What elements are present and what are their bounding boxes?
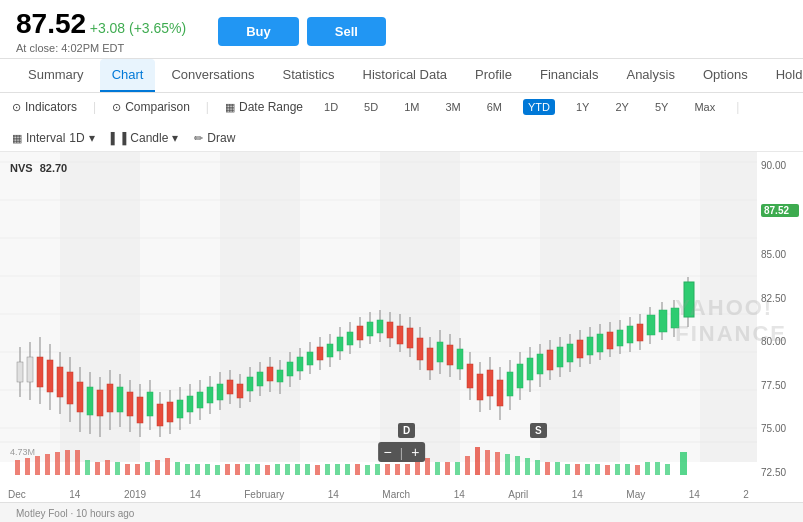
svg-rect-187 bbox=[395, 464, 400, 475]
tab-statistics[interactable]: Statistics bbox=[271, 59, 347, 92]
svg-rect-24 bbox=[57, 367, 63, 397]
indicators-icon: ⊙ bbox=[12, 101, 21, 114]
svg-rect-210 bbox=[625, 464, 630, 475]
tab-summary[interactable]: Summary bbox=[16, 59, 96, 92]
period-6m[interactable]: 6M bbox=[482, 99, 507, 115]
indicators-button[interactable]: ⊙ Indicators bbox=[12, 100, 77, 114]
period-5y[interactable]: 5Y bbox=[650, 99, 673, 115]
svg-rect-40 bbox=[137, 397, 143, 423]
candle-icon: ▌▐ bbox=[111, 132, 127, 144]
svg-rect-183 bbox=[355, 464, 360, 475]
svg-rect-120 bbox=[537, 354, 543, 374]
date-range-button[interactable]: ▦ Date Range bbox=[225, 100, 303, 114]
d-marker[interactable]: D bbox=[398, 423, 415, 438]
svg-rect-202 bbox=[545, 462, 550, 475]
svg-rect-48 bbox=[177, 400, 183, 418]
draw-label: Draw bbox=[207, 131, 235, 145]
x-label-apr: April bbox=[508, 489, 528, 500]
period-max[interactable]: Max bbox=[689, 99, 720, 115]
tab-chart[interactable]: Chart bbox=[100, 59, 156, 92]
svg-rect-181 bbox=[335, 464, 340, 475]
draw-button[interactable]: ✏ Draw bbox=[194, 131, 235, 145]
svg-rect-74 bbox=[307, 352, 313, 365]
comparison-button[interactable]: ⊙ Comparison bbox=[112, 100, 190, 114]
svg-rect-80 bbox=[337, 337, 343, 351]
svg-rect-38 bbox=[127, 392, 133, 416]
period-1d[interactable]: 1D bbox=[319, 99, 343, 115]
tab-historical-data[interactable]: Historical Data bbox=[351, 59, 460, 92]
period-1y[interactable]: 1Y bbox=[571, 99, 594, 115]
svg-rect-34 bbox=[107, 384, 113, 412]
svg-rect-194 bbox=[465, 456, 470, 475]
tab-holders[interactable]: Holders bbox=[764, 59, 803, 92]
svg-rect-160 bbox=[125, 464, 130, 475]
svg-rect-159 bbox=[115, 462, 120, 475]
candle-label: Candle bbox=[130, 131, 168, 145]
svg-rect-166 bbox=[185, 464, 190, 475]
sell-button[interactable]: Sell bbox=[307, 17, 386, 46]
zoom-out-button[interactable]: − bbox=[384, 444, 392, 460]
period-3m[interactable]: 3M bbox=[440, 99, 465, 115]
period-1m[interactable]: 1M bbox=[399, 99, 424, 115]
svg-rect-16 bbox=[17, 362, 23, 382]
period-2y[interactable]: 2Y bbox=[610, 99, 633, 115]
x-label-mar: March bbox=[382, 489, 410, 500]
x-label-2019: 2019 bbox=[124, 489, 146, 500]
svg-rect-60 bbox=[237, 384, 243, 398]
svg-rect-122 bbox=[547, 350, 553, 370]
x-label-14a: 14 bbox=[69, 489, 80, 500]
svg-rect-151 bbox=[35, 456, 40, 475]
svg-rect-118 bbox=[527, 358, 533, 380]
header: 87.52 +3.08 (+3.65%) At close: 4:02PM ED… bbox=[0, 0, 803, 59]
zoom-divider: | bbox=[400, 445, 403, 460]
svg-rect-108 bbox=[477, 374, 483, 400]
tab-options[interactable]: Options bbox=[691, 59, 760, 92]
svg-rect-153 bbox=[55, 452, 60, 475]
svg-rect-154 bbox=[65, 450, 70, 475]
indicators-label: Indicators bbox=[25, 100, 77, 114]
interval-label: Interval bbox=[26, 131, 65, 145]
s-marker[interactable]: S bbox=[530, 423, 547, 438]
svg-rect-92 bbox=[397, 326, 403, 344]
chart-symbol-label: NVS 82.70 bbox=[10, 162, 67, 174]
svg-rect-138 bbox=[627, 326, 633, 343]
zoom-in-button[interactable]: + bbox=[411, 444, 419, 460]
svg-rect-116 bbox=[517, 364, 523, 388]
zoom-controls: − | + bbox=[378, 442, 426, 462]
period-5d[interactable]: 5D bbox=[359, 99, 383, 115]
svg-rect-6 bbox=[700, 152, 757, 462]
tab-financials[interactable]: Financials bbox=[528, 59, 611, 92]
candle-selector[interactable]: ▌▐ Candle ▾ bbox=[111, 131, 179, 145]
svg-rect-144 bbox=[659, 310, 667, 332]
svg-rect-178 bbox=[305, 464, 310, 475]
x-label-14c: 14 bbox=[328, 489, 339, 500]
svg-rect-185 bbox=[375, 464, 380, 475]
comparison-label: Comparison bbox=[125, 100, 190, 114]
y-value-1: 90.00 bbox=[761, 160, 799, 171]
svg-rect-190 bbox=[425, 458, 430, 475]
svg-rect-132 bbox=[597, 334, 603, 352]
buy-button[interactable]: Buy bbox=[218, 17, 299, 46]
footer-text: Motley Fool · 10 hours ago bbox=[16, 508, 134, 519]
svg-rect-173 bbox=[255, 464, 260, 475]
svg-rect-106 bbox=[467, 364, 473, 388]
svg-rect-20 bbox=[37, 357, 43, 387]
y-value-2: 87.52 bbox=[761, 204, 799, 217]
svg-rect-162 bbox=[145, 462, 150, 475]
tab-analysis[interactable]: Analysis bbox=[614, 59, 686, 92]
svg-rect-170 bbox=[225, 464, 230, 475]
tab-conversations[interactable]: Conversations bbox=[159, 59, 266, 92]
svg-rect-136 bbox=[617, 330, 623, 346]
svg-rect-142 bbox=[647, 315, 655, 335]
interval-icon: ▦ bbox=[12, 132, 22, 145]
svg-rect-90 bbox=[387, 322, 393, 338]
period-ytd[interactable]: YTD bbox=[523, 99, 555, 115]
svg-rect-180 bbox=[325, 464, 330, 475]
chart-toolbar: ⊙ Indicators | ⊙ Comparison | ▦ Date Ran… bbox=[0, 93, 803, 152]
tab-profile[interactable]: Profile bbox=[463, 59, 524, 92]
svg-rect-66 bbox=[267, 367, 273, 381]
interval-selector[interactable]: ▦ Interval 1D ▾ bbox=[12, 131, 95, 145]
svg-rect-177 bbox=[295, 464, 300, 475]
svg-rect-171 bbox=[235, 464, 240, 475]
svg-rect-112 bbox=[497, 380, 503, 406]
